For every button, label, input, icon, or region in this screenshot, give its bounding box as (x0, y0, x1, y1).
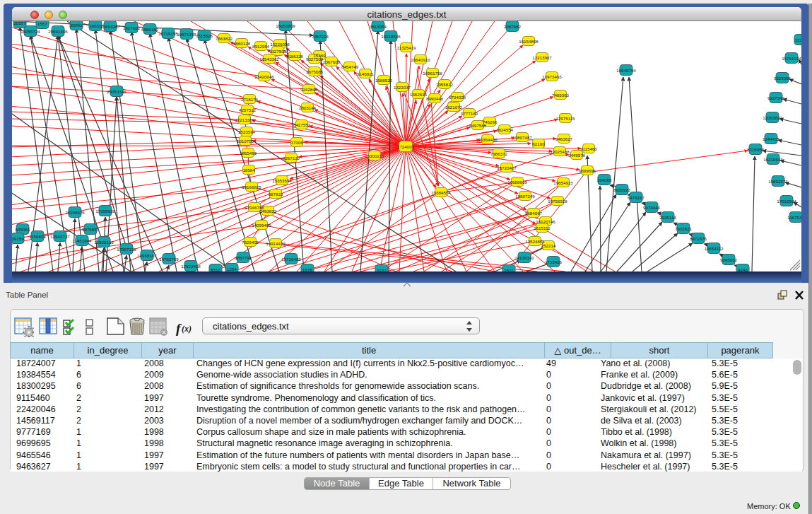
svg-text:15692971: 15692971 (768, 179, 788, 184)
svg-text:17016504: 17016504 (777, 199, 796, 204)
svg-text:20091: 20091 (70, 23, 83, 28)
svg-text:9329996: 9329996 (774, 76, 792, 81)
svg-text:746266: 746266 (483, 119, 498, 124)
svg-text:1527602: 1527602 (123, 25, 141, 30)
svg-text:19218506: 19218506 (381, 34, 401, 39)
svg-text:9463627: 9463627 (555, 136, 573, 141)
svg-text:1865493: 1865493 (240, 151, 257, 156)
svg-text:14099489: 14099489 (252, 223, 271, 228)
svg-text:(x): (x) (182, 324, 192, 334)
svg-text:2718176: 2718176 (241, 97, 259, 102)
svg-text:16961758: 16961758 (423, 71, 442, 76)
svg-text:1322037: 1322037 (394, 85, 411, 90)
svg-text:6479197: 6479197 (628, 195, 645, 200)
svg-text:4257512: 4257512 (239, 107, 257, 112)
svg-text:18807249: 18807249 (515, 194, 535, 199)
svg-text:1557: 1557 (37, 21, 47, 26)
svg-text:3675685: 3675685 (306, 69, 324, 74)
svg-text:16648764: 16648764 (616, 68, 636, 73)
svg-text:2803144: 2803144 (299, 105, 317, 110)
svg-text:12093822: 12093822 (763, 115, 782, 120)
svg-text:9777169: 9777169 (461, 111, 478, 116)
svg-text:8427552: 8427552 (293, 122, 311, 127)
svg-text:8660128: 8660128 (233, 41, 251, 46)
svg-text:25300213: 25300213 (365, 153, 384, 158)
svg-text:7357224: 7357224 (312, 34, 329, 39)
svg-text:10654112: 10654112 (704, 246, 724, 251)
svg-text:17359928: 17359928 (95, 209, 115, 214)
svg-text:9115460: 9115460 (580, 146, 597, 151)
svg-text:7515526: 7515526 (196, 33, 213, 38)
svg-text:3813054: 3813054 (370, 24, 387, 29)
svg-text:18584: 18584 (242, 168, 255, 173)
svg-text:19384554: 19384554 (431, 190, 451, 195)
svg-text:1167534: 1167534 (787, 215, 801, 220)
svg-text:1724007: 1724007 (397, 144, 415, 149)
svg-text:12505135: 12505135 (94, 240, 114, 245)
svg-text:8186328: 8186328 (286, 54, 304, 59)
svg-text:10958107: 10958107 (137, 253, 157, 258)
svg-text:62160: 62160 (532, 141, 545, 146)
svg-text:10653287: 10653287 (100, 24, 120, 29)
svg-text:2087682: 2087682 (504, 24, 522, 29)
svg-text:29053346: 29053346 (107, 89, 126, 94)
svg-text:12923468: 12923468 (181, 264, 201, 269)
svg-text:9327508: 9327508 (306, 57, 324, 62)
svg-text:8938923: 8938923 (613, 187, 631, 192)
svg-text:9327505: 9327505 (269, 49, 287, 54)
svg-text:1244415: 1244415 (763, 136, 780, 141)
svg-text:15226058: 15226058 (270, 42, 290, 47)
svg-text:14055724: 14055724 (20, 29, 40, 34)
svg-text:7663822: 7663822 (216, 36, 233, 41)
svg-text:9857791: 9857791 (235, 255, 252, 260)
svg-text:3624554: 3624554 (496, 127, 514, 132)
svg-text:16210643: 16210643 (763, 157, 783, 162)
svg-text:7955812: 7955812 (436, 82, 454, 87)
svg-text:19166825: 19166825 (242, 185, 261, 189)
svg-text:2367608: 2367608 (323, 59, 341, 64)
svg-text:6966160: 6966160 (141, 27, 159, 32)
svg-text:9699695: 9699695 (579, 168, 596, 173)
svg-text:7625402: 7625402 (242, 240, 259, 245)
svg-text:10807487: 10807487 (512, 135, 532, 140)
svg-text:20206576: 20206576 (65, 210, 85, 215)
svg-text:9245652: 9245652 (720, 257, 738, 262)
svg-text:15353594: 15353594 (272, 178, 292, 183)
svg-text:9684067: 9684067 (525, 211, 543, 216)
svg-text:14136141: 14136141 (514, 255, 534, 260)
svg-text:8454749: 8454749 (341, 64, 359, 69)
svg-text:1362615: 1362615 (410, 92, 428, 97)
svg-text:252214: 252214 (541, 243, 556, 248)
svg-text:17006: 17006 (290, 140, 303, 145)
svg-text:1156829: 1156829 (29, 234, 46, 239)
svg-text:17957225: 17957225 (117, 247, 136, 252)
svg-text:887833: 887833 (269, 192, 283, 197)
svg-text:11124: 11124 (795, 37, 801, 42)
svg-text:8267130: 8267130 (283, 156, 300, 160)
svg-text:7485063: 7485063 (552, 93, 570, 98)
svg-text:16154808: 16154808 (519, 39, 539, 44)
svg-text:15716485: 15716485 (281, 257, 301, 262)
svg-text:835061: 835061 (16, 227, 30, 232)
svg-text:1621072: 1621072 (445, 105, 463, 110)
svg-text:1733426: 1733426 (545, 259, 563, 264)
svg-text:8990448: 8990448 (426, 96, 444, 101)
svg-text:15720407: 15720407 (497, 165, 517, 170)
svg-text:9975857: 9975857 (82, 227, 100, 232)
svg-text:7632621: 7632621 (675, 226, 693, 231)
svg-text:1588520: 1588520 (375, 78, 393, 83)
svg-text:8471676: 8471676 (690, 236, 707, 241)
svg-text:9242848: 9242848 (300, 87, 318, 92)
svg-text:16120746: 16120746 (536, 219, 555, 224)
svg-text:1533594: 1533594 (238, 129, 256, 134)
svg-text:7986372: 7986372 (490, 151, 508, 156)
svg-text:19654923: 19654923 (553, 180, 573, 185)
svg-text:2935114: 2935114 (659, 215, 676, 220)
svg-text:19756928: 19756928 (548, 199, 567, 204)
svg-text:10973493: 10973493 (542, 74, 562, 79)
svg-text:f: f (176, 321, 182, 336)
svg-text:16640910: 16640910 (411, 57, 430, 62)
svg-text:15751074: 15751074 (782, 56, 801, 61)
svg-text:16543362: 16543362 (259, 57, 279, 62)
svg-text:12213967: 12213967 (532, 55, 552, 60)
